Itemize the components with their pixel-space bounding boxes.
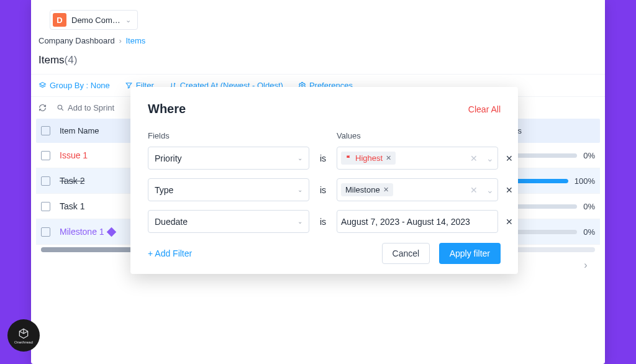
svg-point-1 [58,105,62,109]
breadcrumb: Company Dashboard › Items [31,36,605,52]
svg-point-0 [301,84,303,86]
modal-title: Where [148,102,186,116]
field-select[interactable]: Type⌄ [148,178,309,201]
pager-next[interactable]: › [579,258,593,272]
refresh-icon [39,104,47,112]
select-all-checkbox[interactable] [41,126,50,135]
row-checkbox[interactable] [41,227,50,237]
company-selector[interactable]: D Demo Com… ⌄ [50,10,138,30]
is-label: is [317,153,329,163]
breadcrumb-root[interactable]: Company Dashboard [39,36,115,45]
chip-remove-icon[interactable]: ✕ [383,186,389,194]
chevron-down-icon: ⌄ [486,153,494,163]
value-select[interactable]: Highest✕✕⌄ [337,147,498,170]
refresh-button[interactable] [39,104,47,112]
remove-filter-icon[interactable]: ✕ [506,217,518,227]
group-by-button[interactable]: Group By : None [39,81,110,90]
add-to-sprint-button[interactable]: Add to Sprint [57,103,114,112]
field-select[interactable]: Duedate⌄ [148,210,309,233]
row-checkbox[interactable] [41,202,50,211]
add-filter-link[interactable]: + Add Filter [148,248,192,258]
search-icon [57,104,65,112]
flag-icon [345,155,352,162]
value-select[interactable]: August 7, 2023 - August 14, 2023 [337,210,498,233]
chevron-down-icon: ⌄ [298,155,302,162]
layers-icon [39,81,47,89]
field-select[interactable]: Priority⌄ [148,147,309,170]
cancel-button[interactable]: Cancel [382,243,430,264]
chevron-down-icon: ⌄ [298,218,302,225]
chevron-down-icon: ⌄ [486,185,494,195]
breadcrumb-leaf[interactable]: Items [125,36,145,45]
cube-icon [17,327,30,340]
topbar: D Demo Com… ⌄ [31,0,605,36]
clear-value-icon[interactable]: ✕ [470,153,478,163]
apply-filter-button[interactable]: Apply filter [439,243,501,264]
company-badge: D [53,13,66,27]
milestone-icon [106,227,116,237]
remove-filter-icon[interactable]: ✕ [506,185,518,195]
filter-chip[interactable]: Milestone✕ [341,183,393,196]
value-select[interactable]: Milestone✕✕⌄ [337,178,498,201]
filter-modal: Where Clear All Fields Values Priority⌄i… [130,87,518,274]
remove-filter-icon[interactable]: ✕ [506,153,518,163]
chevron-down-icon: ⌄ [298,186,302,193]
is-label: is [317,185,329,195]
chevron-down-icon: ⌄ [125,16,131,24]
clear-all-link[interactable]: Clear All [468,104,501,114]
brand-logo[interactable]: Onethread [7,319,40,352]
clear-value-icon[interactable]: ✕ [470,185,478,195]
values-label: Values [337,131,498,140]
fields-label: Fields [148,131,309,140]
is-label: is [317,217,329,227]
section-title: Items(4) [31,52,605,74]
filter-chip[interactable]: Highest✕ [341,152,396,165]
company-name: Demo Com… [71,16,120,25]
row-checkbox[interactable] [41,176,50,186]
chip-remove-icon[interactable]: ✕ [386,154,391,162]
row-checkbox[interactable] [41,151,50,160]
